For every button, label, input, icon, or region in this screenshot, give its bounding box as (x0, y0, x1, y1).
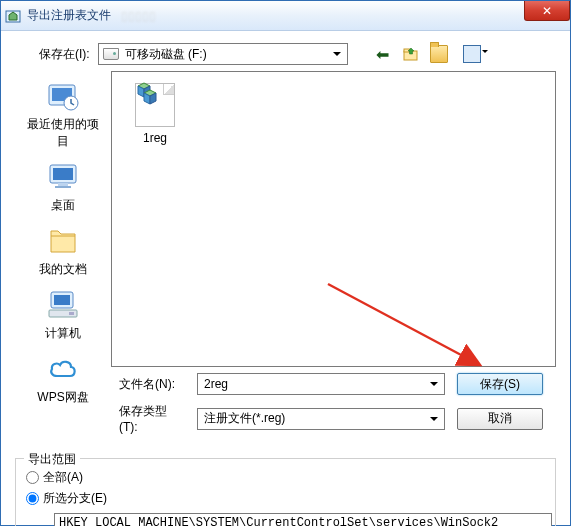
export-range-legend: 导出范围 (24, 451, 80, 468)
svg-rect-9 (58, 183, 68, 186)
computer-icon (44, 288, 82, 322)
svg-rect-10 (55, 186, 71, 188)
regedit-icon (5, 8, 21, 24)
filetype-value: 注册文件(*.reg) (204, 410, 285, 427)
sidebar-item-computer[interactable]: 计算机 (23, 286, 103, 344)
drive-icon (103, 48, 119, 60)
titlebar: 导出注册表文件 ▯▯▯▯▯ ✕ (1, 1, 570, 31)
filename-input[interactable]: 2reg (197, 373, 445, 395)
new-folder-button[interactable] (430, 45, 448, 63)
export-branch-radio[interactable] (26, 492, 39, 505)
sidebar-item-recent[interactable]: 最近使用的项目 (23, 77, 103, 152)
window-title: 导出注册表文件 (27, 7, 111, 24)
sidebar-item-label: 我的文档 (39, 261, 87, 278)
reg-file-icon (135, 83, 175, 127)
save-button[interactable]: 保存(S) (457, 373, 543, 395)
svg-rect-14 (69, 312, 74, 315)
nav-icons: ⬅ (374, 45, 486, 63)
export-branch-label: 所选分支(E) (43, 490, 107, 507)
export-all-radio[interactable] (26, 471, 39, 484)
export-all-label: 全部(A) (43, 469, 83, 486)
location-row: 保存在(I): 可移动磁盘 (F:) ⬅ (15, 39, 556, 71)
branch-path-input[interactable] (54, 513, 552, 526)
filetype-row: 保存类型(T): 注册文件(*.reg) 取消 (119, 403, 556, 434)
back-arrow-icon: ⬅ (374, 45, 392, 63)
main-area: 最近使用的项目 桌面 我的文档 (15, 71, 556, 367)
filename-label: 文件名(N): (119, 376, 185, 393)
sidebar-item-wps-cloud[interactable]: WPS网盘 (23, 350, 103, 408)
new-folder-icon (430, 45, 448, 63)
desktop-icon (44, 160, 82, 194)
sidebar-item-label: 最近使用的项目 (25, 116, 101, 150)
file-item[interactable]: 1reg (120, 80, 190, 148)
export-branch-row: 所选分支(E) (26, 490, 545, 507)
filetype-dropdown[interactable]: 注册文件(*.reg) (197, 408, 445, 430)
sidebar-item-label: 计算机 (45, 325, 81, 342)
places-sidebar: 最近使用的项目 桌面 我的文档 (15, 71, 111, 367)
svg-rect-8 (53, 168, 73, 180)
sidebar-item-label: WPS网盘 (37, 389, 88, 406)
export-all-row: 全部(A) (26, 469, 545, 486)
file-list-pane[interactable]: 1reg (111, 71, 556, 367)
sidebar-item-label: 桌面 (51, 197, 75, 214)
cancel-button-label: 取消 (488, 410, 512, 427)
filetype-label: 保存类型(T): (119, 403, 185, 434)
view-menu-button[interactable] (458, 45, 486, 63)
save-button-label: 保存(S) (480, 376, 520, 393)
view-icon (463, 45, 481, 63)
location-text: 可移动磁盘 (F:) (125, 46, 207, 63)
svg-rect-12 (54, 295, 70, 305)
filename-row: 文件名(N): 2reg 保存(S) (119, 373, 556, 395)
cloud-icon (44, 352, 82, 386)
cancel-button[interactable]: 取消 (457, 408, 543, 430)
titlebar-blur: ▯▯▯▯▯ (121, 9, 566, 23)
nav-back-button[interactable]: ⬅ (374, 45, 392, 63)
documents-icon (44, 224, 82, 258)
close-icon: ✕ (542, 4, 552, 18)
save-in-label: 保存在(I): (39, 46, 90, 63)
location-dropdown[interactable]: 可移动磁盘 (F:) (98, 43, 348, 65)
export-range-group: 导出范围 全部(A) 所选分支(E) (15, 458, 556, 526)
folder-up-icon (402, 45, 420, 63)
file-label: 1reg (143, 131, 167, 145)
nav-up-button[interactable] (402, 45, 420, 63)
filename-value: 2reg (204, 377, 228, 391)
export-registry-dialog: 导出注册表文件 ▯▯▯▯▯ ✕ 保存在(I): 可移动磁盘 (F:) ⬅ (0, 0, 571, 526)
dialog-content: 保存在(I): 可移动磁盘 (F:) ⬅ (1, 31, 570, 452)
recent-items-icon (44, 79, 82, 113)
sidebar-item-documents[interactable]: 我的文档 (23, 222, 103, 280)
sidebar-item-desktop[interactable]: 桌面 (23, 158, 103, 216)
close-button[interactable]: ✕ (524, 1, 570, 21)
